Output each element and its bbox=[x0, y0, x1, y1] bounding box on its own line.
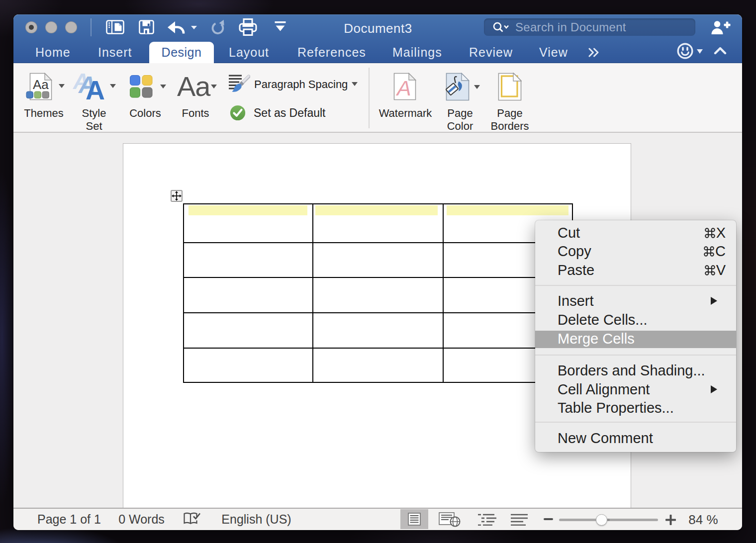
svg-text:A: A bbox=[395, 76, 411, 100]
svg-text:A: A bbox=[86, 75, 105, 101]
svg-text:Aa: Aa bbox=[33, 77, 49, 92]
